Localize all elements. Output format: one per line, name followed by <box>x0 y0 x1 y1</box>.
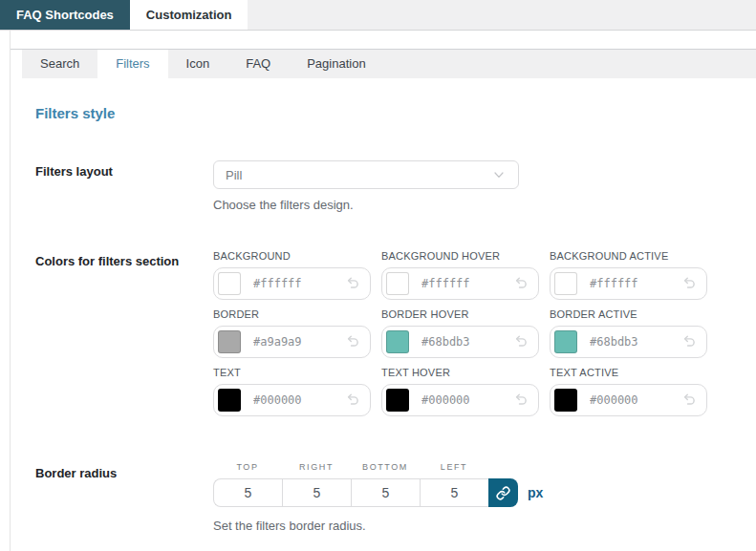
border-radius-label: Border radius <box>35 462 213 480</box>
border-radius-input-group <box>213 478 518 507</box>
color-field-label: BORDER HOVER <box>381 308 539 320</box>
color-field-label: BACKGROUND HOVER <box>381 250 539 262</box>
reset-color-icon[interactable] <box>343 333 360 350</box>
filters-layout-select[interactable]: Pill <box>213 160 519 189</box>
color-swatch[interactable] <box>218 272 241 295</box>
subtab-icon[interactable]: Icon <box>168 50 228 78</box>
hex-value-input[interactable] <box>253 335 322 349</box>
hex-value-input[interactable] <box>253 393 322 407</box>
chain-link-icon <box>496 486 510 500</box>
unit-label: px <box>528 485 543 500</box>
side-label-left: LEFT <box>420 462 488 472</box>
filters-colors-label: Colors for filters section <box>35 250 213 268</box>
hex-value-input[interactable] <box>590 277 659 290</box>
sub-tab-bar: Search Filters Icon FAQ Pagination <box>22 50 756 78</box>
filters-layout-value: Pill <box>226 168 242 182</box>
filters-layout-label: Filters layout <box>35 160 213 179</box>
panel-top-spacer <box>11 31 756 50</box>
border-radius-input-right[interactable] <box>282 478 351 507</box>
sub-tab-wrap: Search Filters Icon FAQ Pagination <box>11 50 756 78</box>
color-swatch[interactable] <box>386 330 409 353</box>
color-picker-input[interactable] <box>213 326 371 358</box>
side-label-right: RIGHT <box>282 462 351 472</box>
reset-color-icon[interactable] <box>511 392 529 409</box>
color-picker-input[interactable] <box>381 267 539 300</box>
color-swatch[interactable] <box>218 330 241 353</box>
filters-colors-row: Colors for filters section BACKGROUND BA… <box>35 250 731 416</box>
color-picker-input[interactable] <box>550 267 707 300</box>
tab-faq-shortcodes[interactable]: FAQ Shortcodes <box>0 0 130 30</box>
color-field-label: BACKGROUND ACTIVE <box>550 250 707 262</box>
subtab-pagination[interactable]: Pagination <box>289 50 383 78</box>
reset-color-icon[interactable] <box>343 275 360 292</box>
chevron-down-icon <box>491 167 507 182</box>
link-values-button[interactable] <box>488 478 518 507</box>
color-picker-input[interactable] <box>213 384 371 416</box>
color-field-text-active: TEXT ACTIVE <box>550 367 707 416</box>
color-field-label: TEXT <box>213 367 371 378</box>
filters-layout-row: Filters layout Pill Choose the filters d… <box>35 160 731 212</box>
color-fields-grid: BACKGROUND BACKGROUND HOVER <box>213 250 731 416</box>
subtab-search[interactable]: Search <box>22 50 97 78</box>
color-swatch[interactable] <box>386 389 409 412</box>
border-radius-input-top[interactable] <box>213 478 282 507</box>
hex-value-input[interactable] <box>421 393 490 407</box>
color-field-background-hover: BACKGROUND HOVER <box>381 250 539 300</box>
hex-value-input[interactable] <box>253 277 322 290</box>
reset-color-icon[interactable] <box>680 392 697 409</box>
color-field-label: TEXT HOVER <box>381 367 539 378</box>
tab-content: Filters style Filters layout Pill Choose… <box>11 105 756 533</box>
border-radius-controls: px <box>213 478 731 507</box>
color-field-text-hover: TEXT HOVER <box>381 367 539 416</box>
hex-value-input[interactable] <box>590 393 659 407</box>
reset-color-icon[interactable] <box>511 333 529 350</box>
color-picker-input[interactable] <box>381 384 539 416</box>
page-title: Filters style <box>35 105 731 121</box>
border-radius-side-labels: TOP RIGHT BOTTOM LEFT <box>213 462 731 472</box>
reset-color-icon[interactable] <box>680 275 697 292</box>
main-tab-bar: FAQ Shortcodes Customization <box>0 0 756 31</box>
filters-layout-help: Choose the filters design. <box>213 198 731 212</box>
color-field-label: TEXT ACTIVE <box>550 367 707 378</box>
reset-color-icon[interactable] <box>680 333 697 350</box>
color-field-background: BACKGROUND <box>213 250 371 300</box>
color-picker-input[interactable] <box>213 267 371 300</box>
color-swatch[interactable] <box>218 389 241 412</box>
color-field-border: BORDER <box>213 308 371 358</box>
reset-color-icon[interactable] <box>511 275 529 292</box>
color-field-label: BACKGROUND <box>213 250 371 262</box>
color-field-border-hover: BORDER HOVER <box>381 308 539 358</box>
color-field-label: BORDER ACTIVE <box>550 308 707 320</box>
color-field-background-active: BACKGROUND ACTIVE <box>550 250 707 300</box>
hex-value-input[interactable] <box>421 277 490 290</box>
color-swatch[interactable] <box>386 272 409 295</box>
color-picker-input[interactable] <box>550 384 707 416</box>
color-swatch[interactable] <box>554 272 577 295</box>
color-field-label: BORDER <box>213 308 371 320</box>
border-radius-input-bottom[interactable] <box>351 478 420 507</box>
color-field-text: TEXT <box>213 367 371 416</box>
settings-panel: Search Filters Icon FAQ Pagination Filte… <box>10 31 756 551</box>
side-label-bottom: BOTTOM <box>351 462 420 472</box>
subtab-filters[interactable]: Filters <box>97 50 167 78</box>
side-label-top: TOP <box>213 462 282 472</box>
border-radius-row: Border radius TOP RIGHT BOTTOM LEFT <box>35 462 731 533</box>
border-radius-help: Set the filters border radius. <box>213 519 731 533</box>
color-swatch[interactable] <box>554 330 577 353</box>
color-picker-input[interactable] <box>381 326 539 358</box>
tab-customization[interactable]: Customization <box>130 0 248 30</box>
reset-color-icon[interactable] <box>343 392 360 409</box>
color-field-border-active: BORDER ACTIVE <box>550 308 707 358</box>
border-radius-input-left[interactable] <box>420 478 488 507</box>
color-picker-input[interactable] <box>550 326 707 358</box>
hex-value-input[interactable] <box>590 335 659 349</box>
color-swatch[interactable] <box>554 389 577 412</box>
subtab-faq[interactable]: FAQ <box>227 50 289 78</box>
hex-value-input[interactable] <box>421 335 490 349</box>
